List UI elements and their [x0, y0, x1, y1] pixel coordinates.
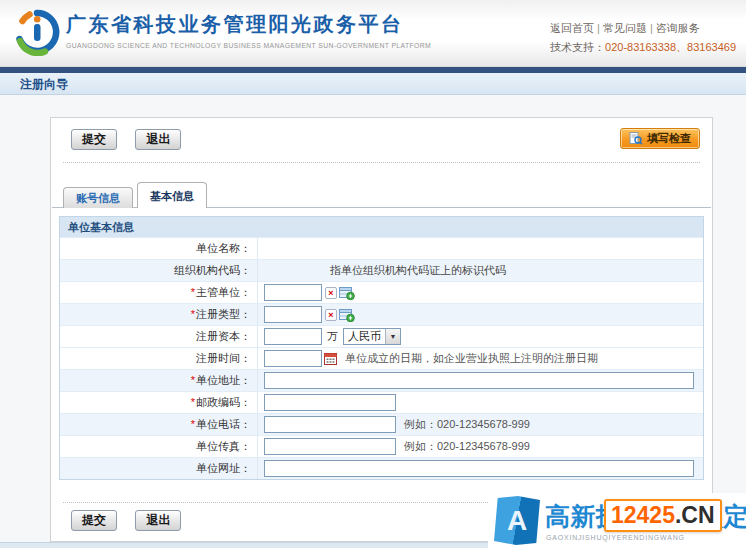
unit-phone-value-cell: 例如：020-12345678-999: [258, 414, 703, 435]
watermark: A 高新技术企业认定网 GAOXINJISHUQIYERENDINGWANG 1…: [488, 493, 746, 548]
platform-logo-icon: [14, 8, 60, 60]
tech-support-phones: 020-83163338、83163469: [605, 41, 736, 53]
form-row-unit-phone: *单位电话：例如：020-12345678-999: [60, 413, 703, 435]
form-row-supervisor-unit: *主管单位：×: [60, 281, 703, 303]
unit-address-value-cell: [258, 370, 703, 391]
link-consult[interactable]: 咨询服务: [656, 22, 700, 34]
required-marker: *: [191, 286, 195, 298]
tech-support-label: 技术支持：: [550, 41, 605, 53]
section-header: 单位基本信息: [60, 217, 703, 237]
page-header: 广东省科技业务管理阳光政务平台 GUANGDONG SCIENCE AND TE…: [0, 0, 746, 67]
page-title: 广东省科技业务管理阳光政务平台: [66, 11, 431, 38]
calendar-icon[interactable]: [324, 352, 337, 365]
postal-code-label: *邮政编码：: [60, 392, 258, 413]
org-code-hint: 指单位组织机构代码证上的标识代码: [330, 263, 506, 278]
register-type-label: *注册类型：: [60, 304, 258, 325]
fill-check-label: 填写检查: [647, 131, 691, 146]
watermark-url-tld: .CN: [675, 502, 715, 528]
form-row-unit-name: 单位名称：: [60, 237, 703, 259]
tab-bar: 账号信息 基本信息: [63, 182, 211, 208]
header-links-area: 返回首页|常见问题|咨询服务 技术支持：020-83163338、8316346…: [550, 21, 736, 55]
register-capital-input[interactable]: [264, 328, 322, 345]
unit-phone-label: *单位电话：: [60, 414, 258, 435]
currency-selected-value: 人民币: [344, 329, 385, 344]
required-marker: *: [191, 418, 195, 430]
toolbar-top: 提交 退出: [71, 129, 181, 150]
lookup-picker-icon[interactable]: [339, 308, 355, 322]
unit-website-input[interactable]: [264, 460, 694, 477]
form-row-unit-address: *单位地址：: [60, 369, 703, 391]
unit-fax-hint: 例如：020-12345678-999: [404, 439, 530, 454]
register-capital-value-cell: 万人民币▼: [258, 326, 703, 347]
register-date-label: 注册时间：: [60, 348, 258, 369]
tech-support-line: 技术支持：020-83163338、83163469: [550, 40, 736, 55]
header-links: 返回首页|常见问题|咨询服务: [550, 21, 736, 36]
register-date-value-cell: 单位成立的日期，如企业营业执照上注明的注册日期: [258, 348, 703, 369]
exit-button[interactable]: 退出: [135, 510, 181, 531]
required-marker: *: [191, 374, 195, 386]
unit-website-value-cell: [258, 458, 703, 479]
clear-icon[interactable]: ×: [325, 287, 337, 299]
watermark-logo-icon: A: [494, 496, 540, 545]
postal-code-input[interactable]: [264, 394, 396, 411]
link-separator: |: [597, 22, 600, 34]
unit-fax-input[interactable]: [264, 438, 396, 455]
watermark-url-box: 12425.CN: [604, 499, 722, 532]
form-row-unit-fax: 单位传真：例如：020-12345678-999: [60, 435, 703, 457]
watermark-url-number: 12425: [611, 502, 675, 528]
lookup-picker-icon[interactable]: [339, 286, 355, 300]
unit-phone-input[interactable]: [264, 416, 396, 433]
unit-website-label: 单位网址：: [60, 458, 258, 479]
main-panel: 提交 退出 填写检查 账号信息 基本信息 单位基本信息 单位名称：组织机构代码：…: [50, 117, 713, 542]
unit-fax-value-cell: 例如：020-12345678-999: [258, 436, 703, 457]
postal-code-value-cell: [258, 392, 703, 413]
register-type-input[interactable]: [264, 306, 322, 323]
page-subtitle: GUANGDONG SCIENCE AND TECHNOLOGY BUSINES…: [66, 42, 431, 49]
clear-icon[interactable]: ×: [325, 309, 337, 321]
required-marker: *: [191, 308, 195, 320]
org-code-label: 组织机构代码：: [60, 260, 258, 281]
check-doc-magnifier-icon: [629, 132, 643, 145]
form-table: 单位基本信息 单位名称：组织机构代码：指单位组织机构代码证上的标识代码*主管单位…: [59, 216, 704, 480]
required-marker: *: [191, 396, 195, 408]
register-date-hint: 单位成立的日期，如企业营业执照上注明的注册日期: [345, 351, 598, 366]
form-row-postal-code: *邮政编码：: [60, 391, 703, 413]
exit-button[interactable]: 退出: [135, 129, 181, 150]
form-row-org-code: 组织机构代码：指单位组织机构代码证上的标识代码: [60, 259, 703, 281]
tab-account-info[interactable]: 账号信息: [63, 187, 133, 208]
unit-fax-label: 单位传真：: [60, 436, 258, 457]
org-code-value-cell: 指单位组织机构代码证上的标识代码: [258, 260, 703, 281]
supervisor-unit-value-cell: ×: [258, 282, 703, 303]
breadcrumb: 注册向导: [20, 73, 746, 95]
tab-basic-info[interactable]: 基本信息: [137, 182, 207, 208]
breadcrumb-bar: 注册向导: [0, 73, 746, 95]
fill-check-button[interactable]: 填写检查: [620, 128, 700, 149]
toolbar-bottom: 提交 退出: [71, 510, 181, 531]
link-home[interactable]: 返回首页: [550, 22, 594, 34]
supervisor-unit-input[interactable]: [264, 284, 322, 301]
currency-select[interactable]: 人民币▼: [343, 328, 401, 345]
form-row-register-date: 注册时间：单位成立的日期，如企业营业执照上注明的注册日期: [60, 347, 703, 369]
link-separator: |: [650, 22, 653, 34]
watermark-logo-letter: A: [494, 496, 540, 545]
watermark-caption: GAOXINJISHUQIYERENDINGWANG: [546, 534, 685, 541]
platform-title-block: 广东省科技业务管理阳光政务平台 GUANGDONG SCIENCE AND TE…: [66, 11, 431, 49]
link-faq[interactable]: 常见问题: [603, 22, 647, 34]
form-row-register-type: *注册类型：×: [60, 303, 703, 325]
supervisor-unit-label: *主管单位：: [60, 282, 258, 303]
unit-address-label: *单位地址：: [60, 370, 258, 391]
dropdown-arrow-icon[interactable]: ▼: [385, 329, 400, 344]
submit-button[interactable]: 提交: [71, 510, 117, 531]
unit-name-label: 单位名称：: [60, 238, 258, 259]
submit-button[interactable]: 提交: [71, 129, 117, 150]
unit-phone-hint: 例如：020-12345678-999: [404, 417, 530, 432]
register-capital-label: 注册资本：: [60, 326, 258, 347]
capital-unit-label: 万: [327, 329, 338, 344]
unit-name-value-cell: [258, 238, 703, 259]
unit-address-input[interactable]: [264, 372, 694, 389]
form-row-register-capital: 注册资本：万人民币▼: [60, 325, 703, 347]
register-type-value-cell: ×: [258, 304, 703, 325]
form-row-unit-website: 单位网址：: [60, 457, 703, 479]
register-date-input[interactable]: [264, 350, 322, 367]
top-separator: [63, 162, 700, 163]
